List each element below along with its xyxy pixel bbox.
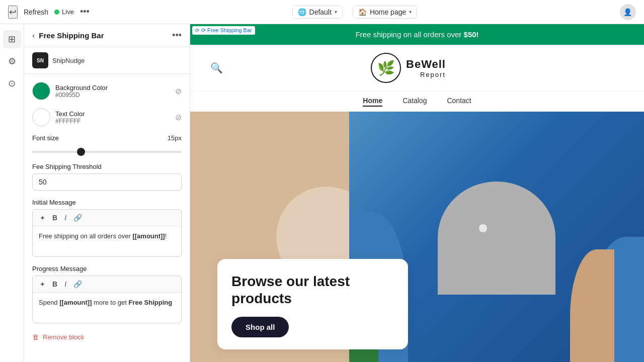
right-preview: ⟳ ⟳ Free Shipping Bar Free shipping on a… (190, 24, 644, 362)
more-button-top[interactable]: ••• (80, 7, 90, 17)
shipping-amount: $50! (464, 30, 479, 39)
text-color-swatch[interactable] (32, 108, 50, 126)
background-database-icon[interactable]: ⊘ (175, 86, 182, 96)
default-select[interactable]: 🌐 Default ▾ (292, 6, 343, 19)
logo-circle: 🌿 (371, 53, 401, 83)
remove-block-button[interactable]: 🗑 Remove block (32, 331, 182, 343)
hero-tan-shape (570, 249, 614, 362)
font-size-slider-container (32, 146, 182, 155)
background-color-label: Background Color (55, 84, 108, 92)
text-color-row: Text Color #FFFFFF ⊘ (32, 108, 182, 126)
nav-icon-settings[interactable]: ⚙ (3, 52, 21, 70)
panel-more-button[interactable]: ••• (172, 30, 182, 41)
user-avatar[interactable]: 👤 (620, 4, 636, 20)
panel-app-row: SN ShipNudge (24, 47, 190, 74)
app-name: ShipNudge (52, 57, 85, 64)
trash-icon: 🗑 (32, 333, 39, 341)
app-icon: SN (32, 52, 48, 68)
progress-message-editor: ✦ B I 🔗 Spend [[amount]] more to get Fre… (32, 276, 182, 323)
text-color-info: Text Color #FFFFFF (32, 108, 85, 126)
globe-icon: 🌐 (298, 8, 306, 16)
live-label: Live (62, 8, 74, 16)
live-dot (54, 10, 59, 15)
initial-message-bold: [[amount]] (132, 232, 165, 240)
progress-message-label: Progress Message (32, 265, 182, 273)
nav-home[interactable]: Home (363, 97, 382, 107)
link-button-initial[interactable]: 🔗 (71, 213, 84, 223)
live-badge: Live (54, 8, 74, 16)
panel-header: ‹ Free Shipping Bar ••• (24, 24, 190, 47)
store-nav: Home Catalog Contact (190, 91, 644, 112)
back-button[interactable]: ↩ (8, 6, 18, 19)
hero-heading-line1: Browse our latest (231, 274, 350, 289)
fee-shipping-input[interactable] (32, 173, 182, 191)
fee-shipping-field: Fee Shipping Threshold (32, 163, 182, 191)
initial-message-label: Initial Message (32, 199, 182, 206)
home-icon: 🏠 (358, 8, 367, 16)
progress-bold1: [[amount]] (59, 299, 92, 306)
background-color-info: Background Color #00955D (32, 82, 108, 100)
panel-title: Free Shipping Bar (39, 31, 104, 40)
bold-button-initial[interactable]: B (50, 213, 59, 223)
initial-message-content[interactable]: Free shipping on all orders over [[amoun… (33, 226, 181, 256)
initial-message-toolbar: ✦ B I 🔗 (33, 210, 181, 226)
bold-button-progress[interactable]: B (50, 279, 59, 289)
sparkle-button-initial[interactable]: ✦ (38, 213, 47, 223)
logo-main-text: BeWell (406, 58, 446, 71)
logo-leaf-icon: 🌿 (377, 60, 395, 76)
background-color-labels: Background Color #00955D (55, 84, 108, 99)
search-icon[interactable]: 🔍 (210, 62, 223, 74)
text-color-hex: #FFFFFF (55, 118, 85, 125)
top-bar-left: ↩ Refresh Live ••• (8, 6, 90, 19)
bar-label-text: ⟳ Free Shipping Bar (201, 27, 252, 34)
hero-dot (479, 224, 487, 232)
refresh-mini-icon: ⟳ (195, 28, 199, 33)
logo-sub-text: Report (406, 71, 446, 78)
italic-button-progress[interactable]: I (62, 279, 68, 289)
left-panel: ‹ Free Shipping Bar ••• SN ShipNudge Bac… (24, 24, 190, 362)
font-size-label: Font size (32, 134, 59, 142)
nav-catalog[interactable]: Catalog (403, 97, 427, 107)
link-button-progress[interactable]: 🔗 (71, 279, 84, 289)
preview-inner: ⟳ ⟳ Free Shipping Bar Free shipping on a… (190, 24, 644, 362)
bar-label: ⟳ ⟳ Free Shipping Bar (192, 26, 255, 35)
nav-icon-components[interactable]: ⊙ (3, 74, 21, 93)
progress-middle: more to get (92, 299, 128, 306)
chevron-down-homepage-icon: ▾ (409, 9, 412, 15)
left-nav: ⊞ ⚙ ⊙ (0, 24, 24, 362)
background-color-swatch[interactable] (32, 82, 50, 100)
nav-icon-layers[interactable]: ⊞ (3, 30, 21, 48)
font-size-slider[interactable] (32, 151, 182, 153)
shipping-text-plain: Free shipping on all orders over (355, 30, 463, 39)
background-color-hex: #00955D (55, 92, 108, 99)
hero-heading-line2: products (231, 291, 292, 306)
nav-contact[interactable]: Contact (447, 97, 471, 107)
store-logo: 🌿 BeWell Report (371, 53, 446, 83)
progress-message-field: Progress Message ✦ B I 🔗 Spend [[amount]… (32, 265, 182, 323)
font-size-value: 15px (168, 134, 182, 142)
top-bar-right: 👤 (620, 4, 636, 20)
initial-message-editor: ✦ B I 🔗 Free shipping on all orders over… (32, 209, 182, 257)
text-color-label: Text Color (55, 110, 85, 118)
top-bar-center: 🌐 Default ▾ 🏠 Home page ▾ (292, 6, 418, 19)
progress-message-toolbar: ✦ B I 🔗 (33, 276, 181, 293)
main-layout: ⊞ ⚙ ⊙ ‹ Free Shipping Bar ••• SN ShipNud… (0, 24, 644, 362)
progress-message-content[interactable]: Spend [[amount]] more to get Free Shippi… (33, 293, 181, 323)
italic-button-initial[interactable]: I (62, 213, 68, 223)
font-size-row: Font size 15px (32, 134, 182, 155)
homepage-label: Home page (370, 8, 406, 16)
logo-text: BeWell Report (406, 58, 446, 78)
sparkle-button-progress[interactable]: ✦ (38, 280, 47, 289)
hero-card: Browse our latest products Shop all (217, 259, 408, 349)
homepage-select[interactable]: 🏠 Home page ▾ (353, 6, 417, 19)
shirt-inner (438, 182, 556, 294)
panel-content: Background Color #00955D ⊘ Text Color #F… (24, 74, 190, 362)
progress-prefix: Spend (39, 299, 59, 306)
refresh-button[interactable]: Refresh (24, 8, 48, 16)
shop-all-button[interactable]: Shop all (231, 317, 289, 337)
default-label: Default (309, 8, 332, 16)
font-size-header: Font size 15px (32, 134, 182, 142)
text-database-icon[interactable]: ⊘ (175, 113, 182, 122)
panel-back-button[interactable]: ‹ (32, 31, 35, 40)
background-color-row: Background Color #00955D ⊘ (32, 82, 182, 100)
